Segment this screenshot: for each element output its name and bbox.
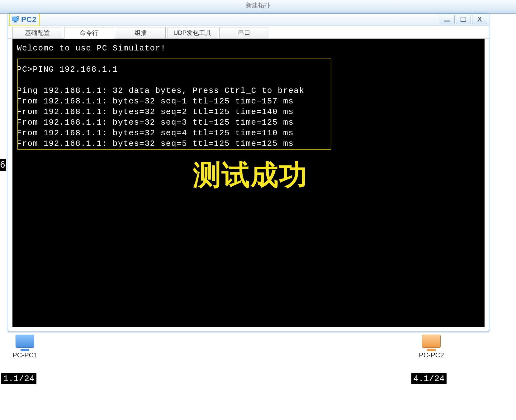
tab-multicast[interactable]: 组播 bbox=[116, 27, 166, 38]
terminal-output-line: From 192.168.1.1: bytes=32 seq=5 ttl=125… bbox=[17, 139, 294, 148]
terminal-output-line: From 192.168.1.1: bytes=32 seq=3 ttl=125… bbox=[17, 118, 294, 127]
device-label: PC-PC2 bbox=[419, 351, 444, 359]
annotation-success-text: 测试成功 bbox=[193, 169, 308, 180]
maximize-button[interactable] bbox=[456, 15, 471, 24]
tab-udp-tool[interactable]: UDP发包工具 bbox=[168, 27, 217, 38]
tab-basic-config[interactable]: 基础配置 bbox=[12, 27, 62, 38]
tab-row: 基础配置 命令行 组播 UDP发包工具 串口 bbox=[8, 26, 489, 39]
parent-window-header: 新建拓扑 bbox=[0, 0, 516, 11]
terminal-prompt-line: PC>PING 192.168.1.1 bbox=[17, 65, 118, 74]
window-title-group: PC2 bbox=[9, 13, 40, 26]
window-controls: X bbox=[440, 15, 487, 24]
svg-point-4 bbox=[17, 17, 19, 18]
terminal-output-line: Ping 192.168.1.1: 32 data bytes, Press C… bbox=[17, 86, 305, 95]
terminal-output-line: From 192.168.1.1: bytes=32 seq=4 ttl=125… bbox=[17, 128, 294, 138]
pc-icon bbox=[16, 335, 34, 348]
topology-device-pc2[interactable]: PC-PC2 bbox=[419, 335, 444, 359]
svg-rect-2 bbox=[13, 22, 17, 22]
ip-label-pc1: 1.1/24 bbox=[1, 373, 36, 384]
titlebar[interactable]: PC2 X bbox=[8, 14, 489, 26]
parent-window-title: 新建拓扑 bbox=[246, 1, 271, 10]
tab-serial[interactable]: 串口 bbox=[219, 27, 269, 38]
tab-command-line[interactable]: 命令行 bbox=[64, 27, 114, 39]
window-title: PC2 bbox=[21, 15, 37, 24]
terminal-output-line: From 192.168.1.1: bytes=32 seq=1 ttl=125… bbox=[17, 97, 294, 106]
ip-label-pc2: 4.1/24 bbox=[411, 373, 447, 384]
terminal-welcome-line: Welcome to use PC Simulator! bbox=[17, 44, 166, 53]
terminal[interactable]: Welcome to use PC Simulator! PC>PING 192… bbox=[12, 39, 485, 327]
topology-device-pc1[interactable]: PC-PC1 bbox=[12, 335, 38, 359]
pc-icon bbox=[12, 16, 19, 23]
terminal-output-line: From 192.168.1.1: bytes=32 seq=2 ttl=125… bbox=[17, 107, 294, 117]
svg-rect-1 bbox=[14, 21, 17, 22]
background-label-fragment: 64 bbox=[0, 159, 6, 171]
pc-icon bbox=[422, 335, 441, 348]
device-label: PC-PC1 bbox=[12, 351, 38, 359]
close-button[interactable]: X bbox=[472, 15, 487, 24]
pc2-window: PC2 X 基础配置 命令行 组播 UDP发包工具 串口 Welcome to … bbox=[8, 13, 489, 332]
minimize-button[interactable] bbox=[440, 15, 455, 24]
